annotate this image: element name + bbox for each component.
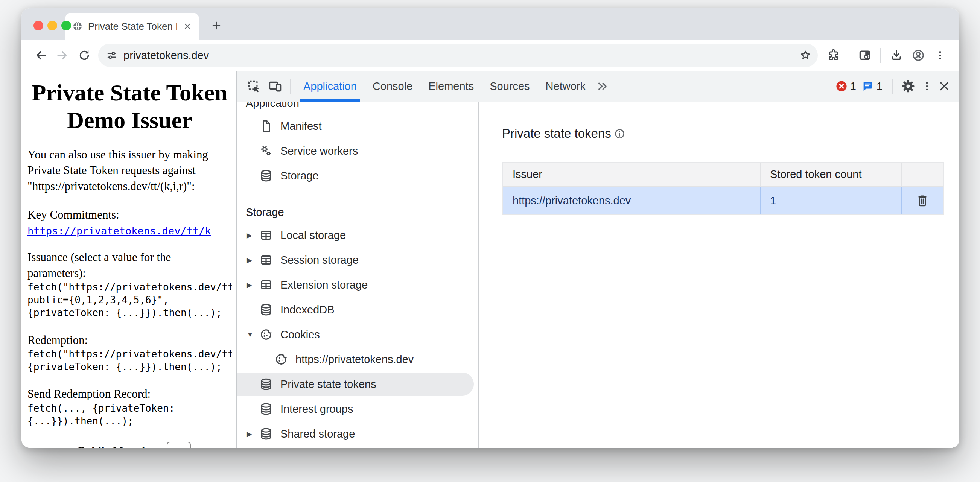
more-tabs-chevrons-icon[interactable] [593, 76, 612, 97]
sidebar-item-label: Shared storage [280, 428, 355, 440]
devtools-close-icon[interactable] [935, 76, 953, 97]
close-window-button[interactable] [33, 21, 43, 30]
sidebar-item-private-state-tokens[interactable]: Private state tokens [237, 372, 478, 396]
database-icon [259, 303, 273, 317]
sidebar-item-local-storage[interactable]: ▶Local storage [237, 223, 478, 248]
sidebar-item-indexeddb[interactable]: IndexedDB [237, 297, 478, 322]
chevron-down-icon[interactable]: ▼ [247, 330, 259, 339]
sidebar-item-label: Private state tokens [280, 378, 376, 391]
reload-button[interactable] [73, 45, 95, 66]
toolbar-divider [880, 48, 881, 63]
message-count: 1 [877, 80, 883, 92]
devtools-tab-application[interactable]: Application [296, 71, 365, 102]
download-icon[interactable] [886, 45, 907, 66]
profile-icon[interactable] [907, 45, 929, 66]
sidebar-item-manifest[interactable]: Manifest [237, 114, 478, 138]
devtools-tab-network[interactable]: Network [538, 71, 593, 102]
sidebar-item-cookies[interactable]: ▼Cookies [237, 322, 478, 347]
sidebar-item-session-storage[interactable]: ▶Session storage [237, 248, 478, 272]
bookmark-star-icon[interactable] [796, 46, 815, 65]
public-metadata-input[interactable] [167, 442, 191, 448]
sidebar-item-label: Session storage [280, 254, 359, 266]
sidebar-section-title: Application [237, 102, 478, 114]
table-grid-icon [259, 278, 273, 292]
devtools-tab-elements[interactable]: Elements [420, 71, 482, 102]
sidebar-item-shared-storage[interactable]: ▶Shared storage [237, 422, 478, 446]
key-commitments-link[interactable]: https://privatetokens.dev/tt/k [27, 225, 211, 237]
browser-toolbar: privatetokens.dev [21, 40, 959, 71]
forward-button[interactable] [52, 45, 73, 66]
error-badge-icon[interactable] [835, 80, 848, 92]
chevron-right-icon[interactable]: ▶ [247, 430, 259, 438]
side-panel-search-icon[interactable] [854, 45, 876, 66]
new-tab-plus-icon[interactable] [208, 17, 225, 34]
sidebar-item-label: IndexedDB [280, 304, 334, 316]
issuer-cell: https://privatetokens.dev [503, 194, 760, 207]
page-title: Private State Token Demo Issuer [27, 79, 232, 134]
actions-cell [901, 187, 943, 215]
table-row[interactable]: https://privatetokens.dev1 [503, 187, 943, 215]
column-header-stored-token-count[interactable]: Stored token count [760, 162, 901, 186]
zoom-window-button[interactable] [61, 21, 71, 30]
url-bar[interactable]: privatetokens.dev [98, 44, 818, 67]
sidebar-item-label: Extension storage [280, 279, 368, 291]
sidebar-section-title: Storage [237, 202, 478, 223]
traffic-lights [33, 21, 71, 30]
cookie-icon [274, 353, 288, 366]
devtools-tab-sources[interactable]: Sources [482, 71, 538, 102]
private-state-tokens-table: IssuerStored token counthttps://privatet… [502, 162, 944, 215]
inspect-icon[interactable] [243, 76, 264, 97]
redemption-code: fetch("https://privatetokens.dev/tt/ {pr… [27, 348, 232, 373]
menu-kebab-icon[interactable] [929, 45, 951, 66]
device-toolbar-icon[interactable] [264, 76, 286, 97]
trash-icon[interactable] [914, 192, 931, 209]
extensions-puzzle-icon[interactable] [822, 45, 844, 66]
tab-close-icon[interactable] [182, 21, 193, 32]
public-metadata-label: Public Metadata [78, 444, 161, 448]
sidebar-item-label: https://privatetokens.dev [296, 353, 414, 366]
sidebar-item-label: Local storage [280, 229, 346, 242]
devtools-toolbar-divider [892, 79, 893, 94]
sidebar-item-extension-storage[interactable]: ▶Extension storage [237, 272, 478, 297]
sidebar-item-label: Storage [280, 170, 319, 182]
sidebar-item-https-privatetokens-dev[interactable]: https://privatetokens.dev [237, 347, 478, 372]
chevron-right-icon[interactable]: ▶ [247, 231, 259, 240]
chevron-right-icon[interactable]: ▶ [247, 256, 259, 264]
info-icon[interactable] [614, 128, 625, 140]
browser-tab[interactable]: Private State Token Demo [65, 13, 199, 40]
sidebar-section-storage: Storage▶Local storage▶Session storage▶Ex… [237, 202, 478, 446]
database-icon [259, 402, 273, 416]
sidebar-item-label: Service workers [280, 145, 358, 157]
sidebar-item-label: Cookies [280, 328, 320, 341]
key-commitments-label: Key Commitments: [27, 207, 232, 223]
sidebar-item-label: Interest groups [280, 403, 353, 415]
devtools-tabs: ApplicationConsoleElementsSourcesNetwork [296, 71, 593, 102]
table-header-row: IssuerStored token count [503, 162, 943, 187]
devtools-tab-console[interactable]: Console [365, 71, 420, 102]
devtools-menu-kebab-icon[interactable] [919, 76, 935, 97]
table-grid-icon [259, 228, 273, 242]
column-header-issuer[interactable]: Issuer [503, 168, 760, 181]
settings-gear-icon[interactable] [897, 76, 919, 97]
minimize-window-button[interactable] [48, 21, 57, 30]
devtools-toolbar-divider [290, 79, 291, 94]
sidebar-item-interest-groups[interactable]: Interest groups [237, 396, 478, 422]
error-count: 1 [850, 80, 856, 92]
sidebar-item-storage[interactable]: Storage [237, 163, 478, 188]
devtools-toolbar: ApplicationConsoleElementsSourcesNetwork… [237, 71, 959, 102]
chevron-right-icon[interactable]: ▶ [247, 281, 259, 290]
globe-icon [72, 21, 83, 32]
column-header-actions [901, 162, 943, 186]
panel-title-text: Private state tokens [502, 126, 611, 141]
back-button[interactable] [30, 45, 52, 66]
sidebar-section-application: ApplicationManifestService workersStorag… [237, 102, 478, 188]
tab-strip: Private State Token Demo [21, 8, 959, 40]
tune-icon[interactable] [106, 49, 118, 61]
sidebar-item-service-workers[interactable]: Service workers [237, 138, 478, 163]
url-text: privatetokens.dev [123, 49, 790, 62]
issuance-code: fetch("https://privatetokens.dev/tt/ pub… [27, 281, 232, 319]
messages-bubble-icon[interactable] [861, 80, 874, 92]
stored-token-count-cell: 1 [760, 187, 901, 215]
database-icon [259, 169, 273, 183]
database-icon [259, 427, 273, 441]
